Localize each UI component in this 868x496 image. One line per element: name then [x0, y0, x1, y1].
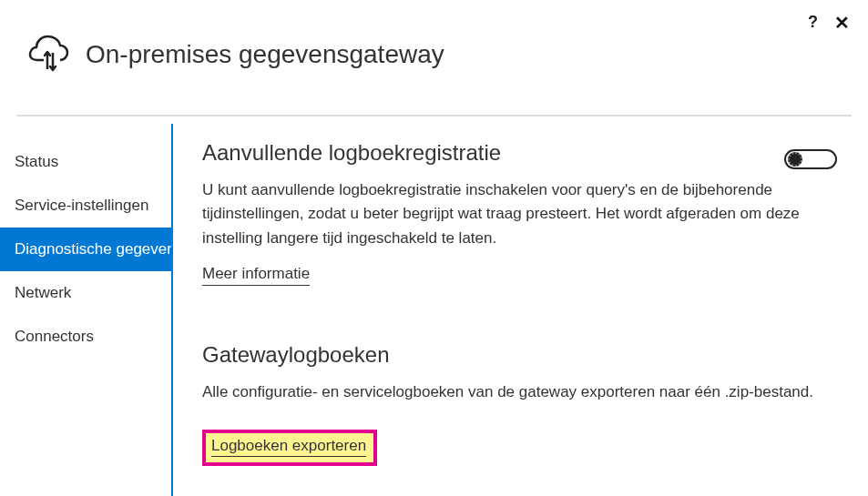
sidebar-item-connectors[interactable]: Connectors: [0, 315, 171, 359]
more-info-link[interactable]: Meer informatie: [202, 265, 310, 286]
sidebar: Status Service-instellingen Diagnostisch…: [0, 124, 173, 496]
sidebar-item-service-settings[interactable]: Service-instellingen: [0, 184, 171, 228]
main-content: Aanvullende logboekregistratie U kunt aa…: [173, 124, 868, 496]
logging-description: U kunt aanvullende logboekregistratie in…: [202, 178, 822, 250]
logs-section-title: Gatewaylogboeken: [202, 342, 837, 368]
logs-description: Alle configuratie- en servicelogboeken v…: [202, 380, 822, 404]
cloud-gateway-icon: [27, 33, 71, 76]
sidebar-item-diagnostics[interactable]: Diagnostische gegevens: [0, 228, 171, 271]
header: On-premises gegevensgateway: [0, 0, 868, 115]
logging-toggle[interactable]: [784, 149, 837, 169]
help-icon[interactable]: ?: [808, 13, 818, 32]
toggle-knob-icon: [788, 152, 802, 167]
page-title: On-premises gegevensgateway: [86, 40, 444, 69]
export-highlight: Logboeken exporteren: [202, 430, 377, 466]
sidebar-item-status[interactable]: Status: [0, 140, 171, 184]
header-divider: [16, 115, 852, 116]
export-logs-link[interactable]: Logboeken exporteren: [211, 437, 366, 457]
close-icon[interactable]: ✕: [834, 14, 850, 32]
logging-section-title: Aanvullende logboekregistratie: [202, 140, 501, 166]
sidebar-item-network[interactable]: Netwerk: [0, 271, 171, 315]
